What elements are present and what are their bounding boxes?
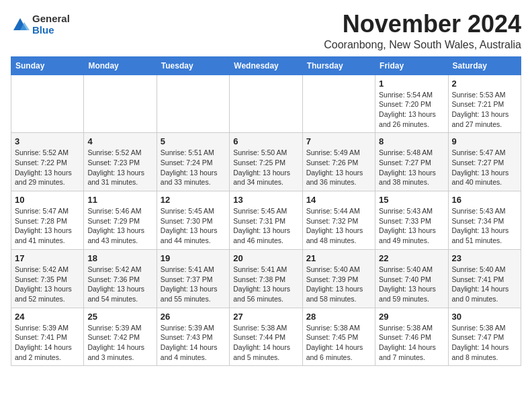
logo-text: General Blue — [32, 13, 70, 36]
calendar-cell: 20Sunrise: 5:41 AM Sunset: 7:38 PM Dayli… — [230, 249, 302, 308]
day-number: 11 — [87, 195, 152, 205]
day-number: 3 — [15, 136, 80, 146]
calendar-cell: 6Sunrise: 5:50 AM Sunset: 7:25 PM Daylig… — [230, 133, 302, 191]
day-info: Sunrise: 5:38 AM Sunset: 7:44 PM Dayligh… — [233, 323, 298, 363]
day-number: 6 — [233, 136, 298, 146]
calendar-cell: 21Sunrise: 5:40 AM Sunset: 7:39 PM Dayli… — [302, 249, 375, 308]
day-number: 18 — [87, 253, 152, 263]
day-info: Sunrise: 5:38 AM Sunset: 7:46 PM Dayligh… — [379, 323, 444, 363]
day-number: 17 — [15, 253, 80, 263]
day-info: Sunrise: 5:51 AM Sunset: 7:24 PM Dayligh… — [161, 148, 226, 187]
day-number: 7 — [306, 136, 371, 146]
weekday-header: Thursday — [302, 56, 375, 75]
calendar-cell — [230, 75, 302, 133]
day-info: Sunrise: 5:38 AM Sunset: 7:47 PM Dayligh… — [452, 323, 517, 363]
calendar-cell: 29Sunrise: 5:38 AM Sunset: 7:46 PM Dayli… — [375, 308, 448, 366]
day-info: Sunrise: 5:40 AM Sunset: 7:39 PM Dayligh… — [306, 265, 371, 304]
calendar-cell: 7Sunrise: 5:49 AM Sunset: 7:26 PM Daylig… — [302, 133, 375, 191]
calendar-cell: 12Sunrise: 5:45 AM Sunset: 7:30 PM Dayli… — [157, 191, 229, 250]
weekday-header: Saturday — [448, 56, 521, 75]
calendar-cell — [84, 75, 157, 133]
logo-icon — [11, 15, 30, 34]
day-number: 26 — [161, 312, 226, 322]
calendar-cell: 17Sunrise: 5:42 AM Sunset: 7:35 PM Dayli… — [11, 249, 84, 308]
day-info: Sunrise: 5:38 AM Sunset: 7:45 PM Dayligh… — [306, 323, 371, 363]
calendar-cell: 27Sunrise: 5:38 AM Sunset: 7:44 PM Dayli… — [230, 308, 302, 366]
day-number: 28 — [306, 312, 371, 322]
calendar-header: SundayMondayTuesdayWednesdayThursdayFrid… — [11, 56, 521, 75]
day-info: Sunrise: 5:47 AM Sunset: 7:27 PM Dayligh… — [452, 148, 517, 187]
calendar-week-row: 1Sunrise: 5:54 AM Sunset: 7:20 PM Daylig… — [11, 75, 521, 133]
calendar-cell: 19Sunrise: 5:41 AM Sunset: 7:37 PM Dayli… — [157, 249, 229, 308]
day-number: 9 — [452, 136, 517, 146]
day-number: 19 — [161, 253, 226, 263]
day-info: Sunrise: 5:44 AM Sunset: 7:32 PM Dayligh… — [306, 206, 371, 246]
calendar-cell: 11Sunrise: 5:46 AM Sunset: 7:29 PM Dayli… — [84, 191, 157, 250]
calendar-cell: 2Sunrise: 5:53 AM Sunset: 7:21 PM Daylig… — [448, 75, 521, 133]
day-number: 13 — [233, 195, 298, 205]
calendar-cell: 18Sunrise: 5:42 AM Sunset: 7:36 PM Dayli… — [84, 249, 157, 308]
calendar-cell: 28Sunrise: 5:38 AM Sunset: 7:45 PM Dayli… — [302, 308, 375, 366]
day-info: Sunrise: 5:52 AM Sunset: 7:23 PM Dayligh… — [87, 148, 152, 187]
calendar-cell: 13Sunrise: 5:45 AM Sunset: 7:31 PM Dayli… — [230, 191, 302, 250]
day-number: 4 — [87, 136, 152, 146]
calendar-cell: 16Sunrise: 5:43 AM Sunset: 7:34 PM Dayli… — [448, 191, 521, 250]
calendar-week-row: 10Sunrise: 5:47 AM Sunset: 7:28 PM Dayli… — [11, 191, 521, 250]
calendar-cell — [157, 75, 229, 133]
month-title: November 2024 — [324, 11, 521, 38]
calendar-cell: 15Sunrise: 5:43 AM Sunset: 7:33 PM Dayli… — [375, 191, 448, 250]
day-info: Sunrise: 5:40 AM Sunset: 7:40 PM Dayligh… — [379, 265, 444, 304]
calendar-cell: 30Sunrise: 5:38 AM Sunset: 7:47 PM Dayli… — [448, 308, 521, 366]
location-subtitle: Cooranbong, New South Wales, Australia — [324, 39, 521, 51]
day-info: Sunrise: 5:52 AM Sunset: 7:22 PM Dayligh… — [15, 148, 80, 187]
weekday-header: Sunday — [11, 56, 84, 75]
calendar-cell: 23Sunrise: 5:40 AM Sunset: 7:41 PM Dayli… — [448, 249, 521, 308]
calendar-cell: 5Sunrise: 5:51 AM Sunset: 7:24 PM Daylig… — [157, 133, 229, 191]
calendar-cell: 25Sunrise: 5:39 AM Sunset: 7:42 PM Dayli… — [84, 308, 157, 366]
day-number: 29 — [379, 312, 444, 322]
weekday-header: Wednesday — [230, 56, 302, 75]
day-number: 25 — [87, 312, 152, 322]
day-number: 8 — [379, 136, 444, 146]
calendar-week-row: 17Sunrise: 5:42 AM Sunset: 7:35 PM Dayli… — [11, 249, 521, 308]
day-number: 2 — [452, 79, 517, 89]
day-info: Sunrise: 5:45 AM Sunset: 7:31 PM Dayligh… — [233, 206, 298, 246]
day-info: Sunrise: 5:46 AM Sunset: 7:29 PM Dayligh… — [87, 206, 152, 246]
day-number: 24 — [15, 312, 80, 322]
day-number: 21 — [306, 253, 371, 263]
calendar-cell: 4Sunrise: 5:52 AM Sunset: 7:23 PM Daylig… — [84, 133, 157, 191]
page-header: General Blue November 2024 Cooranbong, N… — [11, 11, 521, 51]
day-number: 16 — [452, 195, 517, 205]
header-row: SundayMondayTuesdayWednesdayThursdayFrid… — [11, 56, 521, 75]
day-info: Sunrise: 5:39 AM Sunset: 7:42 PM Dayligh… — [87, 323, 152, 363]
day-info: Sunrise: 5:49 AM Sunset: 7:26 PM Dayligh… — [306, 148, 371, 187]
day-info: Sunrise: 5:42 AM Sunset: 7:36 PM Dayligh… — [87, 265, 152, 304]
day-number: 27 — [233, 312, 298, 322]
title-section: November 2024 Cooranbong, New South Wale… — [324, 11, 521, 51]
day-number: 14 — [306, 195, 371, 205]
day-info: Sunrise: 5:47 AM Sunset: 7:28 PM Dayligh… — [15, 206, 80, 246]
calendar-cell: 3Sunrise: 5:52 AM Sunset: 7:22 PM Daylig… — [11, 133, 84, 191]
day-info: Sunrise: 5:40 AM Sunset: 7:41 PM Dayligh… — [452, 265, 517, 304]
calendar-cell: 14Sunrise: 5:44 AM Sunset: 7:32 PM Dayli… — [302, 191, 375, 250]
day-info: Sunrise: 5:42 AM Sunset: 7:35 PM Dayligh… — [15, 265, 80, 304]
calendar-table: SundayMondayTuesdayWednesdayThursdayFrid… — [11, 56, 521, 367]
day-info: Sunrise: 5:41 AM Sunset: 7:37 PM Dayligh… — [161, 265, 226, 304]
day-number: 12 — [161, 195, 226, 205]
day-info: Sunrise: 5:50 AM Sunset: 7:25 PM Dayligh… — [233, 148, 298, 187]
logo-general: General — [32, 13, 70, 25]
day-info: Sunrise: 5:48 AM Sunset: 7:27 PM Dayligh… — [379, 148, 444, 187]
day-info: Sunrise: 5:39 AM Sunset: 7:41 PM Dayligh… — [15, 323, 80, 363]
calendar-cell: 1Sunrise: 5:54 AM Sunset: 7:20 PM Daylig… — [375, 75, 448, 133]
logo: General Blue — [11, 13, 70, 36]
calendar-cell: 24Sunrise: 5:39 AM Sunset: 7:41 PM Dayli… — [11, 308, 84, 366]
calendar-week-row: 24Sunrise: 5:39 AM Sunset: 7:41 PM Dayli… — [11, 308, 521, 366]
day-info: Sunrise: 5:54 AM Sunset: 7:20 PM Dayligh… — [379, 90, 444, 130]
day-info: Sunrise: 5:53 AM Sunset: 7:21 PM Dayligh… — [452, 90, 517, 130]
calendar-cell: 8Sunrise: 5:48 AM Sunset: 7:27 PM Daylig… — [375, 133, 448, 191]
day-info: Sunrise: 5:39 AM Sunset: 7:43 PM Dayligh… — [161, 323, 226, 363]
day-number: 20 — [233, 253, 298, 263]
weekday-header: Monday — [84, 56, 157, 75]
day-number: 10 — [15, 195, 80, 205]
day-info: Sunrise: 5:41 AM Sunset: 7:38 PM Dayligh… — [233, 265, 298, 304]
